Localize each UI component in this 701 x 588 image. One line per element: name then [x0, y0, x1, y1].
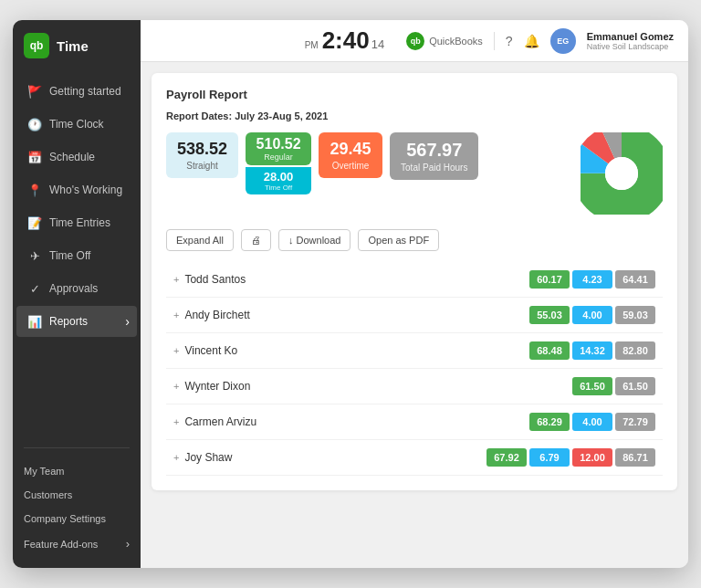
user-company: Native Soil Landscape [587, 42, 674, 51]
straight-hours: 55.03 [529, 306, 570, 324]
clock-icon: 🕐 [27, 117, 42, 131]
sidebar-item-time-off[interactable]: ✈ Time Off [16, 240, 137, 271]
clock-time: 2:40 [322, 26, 370, 55]
table-row: +Vincent Ko68.4814.3282.80 [166, 333, 663, 369]
qb-label: QuickBooks [429, 36, 483, 47]
logo-text: Time [57, 38, 89, 54]
employee-name-cell: +Vincent Ko [166, 333, 339, 369]
total-label: Total Paid Hours [401, 163, 467, 173]
sidebar-item-label: Reports [49, 315, 88, 328]
straight-hours: 68.29 [529, 413, 570, 431]
topbar: PM 2:40 14 qb QuickBooks ? 🔔 EG Emmanuel… [141, 20, 688, 62]
sidebar-item-my-team[interactable]: My Team [13, 459, 141, 483]
sidebar-item-whos-working[interactable]: 📍 Who's Working [16, 174, 137, 205]
sidebar-item-getting-started[interactable]: 🚩 Getting started [16, 76, 137, 107]
overtime-value: 29.45 [330, 140, 371, 159]
expand-all-button[interactable]: Expand All [166, 229, 234, 251]
sidebar-divider [24, 447, 130, 448]
employee-table-body: +Todd Santos60.174.2364.41+Andy Birchett… [166, 262, 663, 476]
check-icon: ✓ [27, 281, 42, 296]
sidebar-nav: 🚩 Getting started 🕐 Time Clock 📅 Schedul… [13, 71, 141, 440]
download-button[interactable]: ↓ Download [278, 229, 350, 251]
clock-ampm: PM [305, 40, 319, 50]
sidebar-item-time-clock[interactable]: 🕐 Time Clock [16, 109, 137, 140]
open-pdf-button[interactable]: Open as PDF [358, 229, 439, 251]
expand-btn[interactable]: + [173, 310, 179, 320]
total-value: 567.97 [401, 140, 467, 161]
summary-row: 538.52 Straight 510.52 Regular 28.00 Tim… [166, 132, 663, 215]
bottom-item-label: Customers [24, 489, 72, 500]
qb-badge-icon: qb [406, 32, 424, 50]
bottom-item-label: Feature Add-ons [24, 539, 98, 550]
total-hours: 64.41 [615, 270, 655, 289]
sidebar-item-customers[interactable]: Customers [13, 483, 141, 507]
expand-btn[interactable]: + [173, 381, 179, 392]
straight-hours: 60.17 [529, 270, 570, 289]
user-initials: EG [557, 37, 569, 46]
straight-hours: 67.92 [487, 448, 527, 467]
employee-name-cell: +Wynter Dixon [166, 369, 339, 404]
report-toolbar: Expand All 🖨 ↓ Download Open as PDF [166, 229, 663, 251]
calendar-icon: 📅 [27, 150, 42, 164]
plane-icon: ✈ [27, 248, 42, 263]
timeoff-value: 28.00 [253, 170, 304, 184]
regular-value: 510.52 [253, 136, 304, 152]
expand-btn[interactable]: + [173, 416, 179, 427]
overtime-hours: 4.23 [572, 270, 612, 289]
user-info: Emmanuel Gomez Native Soil Landscape [587, 31, 674, 51]
overtime-box: 29.45 Overtime [319, 132, 382, 178]
total-hours: 82.80 [615, 341, 655, 360]
employee-name-cell: +Andy Birchett [166, 298, 339, 333]
user-avatar[interactable]: EG [550, 28, 576, 54]
table-row: +Andy Birchett55.034.0059.03 [166, 298, 663, 333]
total-box: 567.97 Total Paid Hours [390, 132, 478, 180]
expand-btn[interactable]: + [173, 274, 179, 285]
sidebar-item-reports[interactable]: 📊 Reports [16, 306, 137, 337]
quickbooks-link[interactable]: qb QuickBooks [406, 32, 495, 50]
table-row: +Wynter Dixon61.5061.50 [166, 369, 663, 404]
sidebar-item-label: Approvals [49, 282, 98, 295]
sidebar-item-approvals[interactable]: ✓ Approvals [16, 273, 137, 304]
sidebar-bottom: My Team Customers Company Settings Featu… [13, 456, 141, 568]
sidebar-logo[interactable]: qb Time [13, 20, 141, 71]
help-icon[interactable]: ? [506, 34, 513, 48]
table-row: +Todd Santos60.174.2364.41 [166, 262, 663, 298]
report-card: Payroll Report Report Dates: July 23-Aug… [152, 73, 677, 490]
total-hours: 72.79 [615, 413, 655, 431]
logo-icon: qb [24, 33, 49, 58]
employee-name-cell: +Joy Shaw [166, 440, 339, 476]
expand-btn[interactable]: + [173, 345, 179, 356]
bottom-item-label: My Team [24, 466, 64, 477]
straight-value: 538.52 [177, 140, 227, 159]
sidebar-item-schedule[interactable]: 📅 Schedule [16, 142, 137, 173]
sidebar-item-label: Who's Working [49, 184, 122, 196]
table-row: +Joy Shaw67.926.7912.0086.71 [166, 440, 663, 476]
sidebar-item-label: Time Clock [49, 118, 104, 131]
print-button[interactable]: 🖨 [241, 229, 271, 251]
report-title: Payroll Report [166, 88, 663, 101]
logo-abbr: qb [30, 39, 44, 52]
bell-icon[interactable]: 🔔 [524, 34, 539, 48]
straight-label: Straight [177, 161, 227, 171]
straight-hours: 68.48 [529, 341, 570, 360]
sidebar-item-feature-add-ons[interactable]: Feature Add-ons [13, 530, 141, 557]
total-hours: 59.03 [615, 306, 655, 324]
timeoff-hours: 12.00 [572, 448, 612, 467]
employee-hours-cell: 68.4814.3282.80 [339, 333, 663, 369]
expand-btn[interactable]: + [173, 452, 179, 463]
sidebar-item-company-settings[interactable]: Company Settings [13, 507, 141, 530]
total-hours: 61.50 [615, 377, 655, 395]
main-content: PM 2:40 14 qb QuickBooks ? 🔔 EG Emmanuel… [141, 20, 688, 568]
flag-icon: 🚩 [27, 84, 42, 99]
user-name: Emmanuel Gomez [587, 31, 674, 42]
overtime-hours: 6.79 [529, 448, 570, 467]
employee-name-cell: +Carmen Arvizu [166, 404, 339, 440]
employee-hours-cell: 61.5061.50 [339, 369, 663, 404]
sidebar-item-time-entries[interactable]: 📝 Time Entries [16, 207, 137, 238]
content-area: Payroll Report Report Dates: July 23-Aug… [141, 62, 688, 568]
employee-table: +Todd Santos60.174.2364.41+Andy Birchett… [166, 262, 663, 476]
regular-box: 510.52 Regular [246, 132, 311, 165]
clock-display: PM 2:40 14 [305, 26, 385, 55]
sidebar-item-label: Schedule [49, 151, 95, 163]
employee-hours-cell: 68.294.0072.79 [339, 404, 663, 440]
